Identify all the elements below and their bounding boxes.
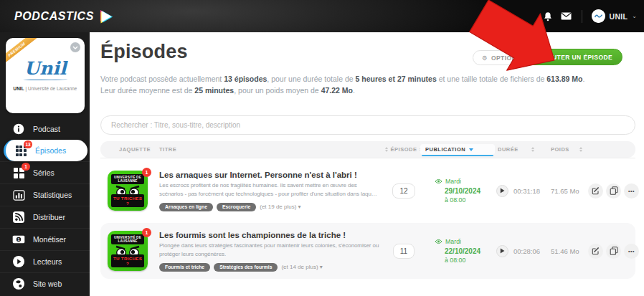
column-header-episode[interactable]: ÉPISODE: [387, 146, 420, 153]
sidebar-item-website[interactable]: Site web: [0, 272, 90, 295]
episode-title[interactable]: Les fourmis sont les championnes de la t…: [159, 231, 380, 239]
tag-pill[interactable]: Fourmis et triche: [159, 263, 210, 272]
sidebar-item-label: Distribuer: [33, 213, 65, 221]
edit-button[interactable]: [588, 244, 603, 259]
more-actions-button[interactable]: •••: [624, 244, 639, 259]
caret-down-icon: ▾: [320, 264, 323, 270]
sidebar-item-podcast[interactable]: Podcast: [0, 118, 90, 140]
plus-icon: +: [529, 54, 534, 61]
play-logo-icon: [99, 9, 114, 24]
sort-icon[interactable]: [531, 147, 534, 152]
publication-info: Mardi 29/10/2024 à 08:00: [420, 177, 495, 205]
episode-row: UNIVERSITÉ DE LAUSANNE TU TRICHES ? 1 Le…: [100, 223, 635, 279]
cover-notification-badge: 1: [142, 228, 151, 237]
duplicate-button[interactable]: [606, 244, 621, 259]
cover-top-banner: UNIVERSITÉ DE LAUSANNE: [111, 174, 144, 184]
podcast-summary-line1: Votre podcast possède actuellement 13 ép…: [100, 74, 635, 85]
eye-icon: [435, 178, 442, 184]
banknote-icon: 1: [12, 233, 25, 246]
org-name: UNIL: [14, 86, 24, 91]
sidebar-item-episodes[interactable]: 13 Épisodes: [4, 140, 87, 161]
tag-pill[interactable]: Stratégies des fourmis: [214, 263, 278, 272]
episode-number-badge: 11: [393, 244, 415, 259]
topbar-divider: [582, 10, 582, 23]
edit-button[interactable]: [588, 183, 603, 199]
sidebar-item-statistics[interactable]: Statistiques: [0, 183, 90, 206]
copy-icon: [610, 186, 618, 195]
episode-size: 51.46 Mo: [542, 247, 587, 255]
bar-chart-icon: [12, 188, 25, 201]
main-content: Épisodes ⚙ OPTIONS + AJOUTER UN ÉPISODE …: [90, 32, 644, 296]
active-sort-underline: [422, 155, 493, 157]
play-icon: [500, 188, 505, 194]
column-header-label: DURÉE: [498, 146, 518, 153]
more-dots-icon: •••: [628, 188, 635, 194]
episode-number-badge: 12: [392, 183, 415, 199]
cover-top-banner: UNIVERSITÉ DE LAUSANNE: [111, 234, 144, 244]
episode-title[interactable]: Les arnaques sur Internet. Personne n'es…: [159, 171, 380, 179]
tag-pill[interactable]: Arnaques en ligne: [159, 203, 213, 211]
episode-list: UNIVERSITÉ DE LAUSANNE TU TRICHES ? 1 Le…: [100, 163, 635, 279]
sidebar-nav: Podcast 13 Épisodes 1 Séries Statistique…: [0, 118, 90, 295]
add-episode-label: AJOUTER UN ÉPISODE: [539, 54, 612, 61]
play-circle-icon: [12, 255, 25, 268]
episode-tags: Fourmis et triche Stratégies des fourmis…: [159, 263, 380, 272]
episode-description: Plongée dans leurs stratégies fascinante…: [159, 242, 380, 259]
column-header-poids[interactable]: POIDS: [542, 146, 587, 153]
more-tags-toggle[interactable]: (et 19 de plus) ▾: [260, 204, 300, 210]
column-header-label: ÉPISODE: [391, 146, 417, 153]
sidebar-item-distribute[interactable]: Distribuer: [0, 206, 90, 228]
notifications-bell-icon[interactable]: [542, 11, 554, 22]
eye-icon: [435, 239, 442, 244]
episode-duration: 00:28:06: [513, 247, 540, 255]
episode-row: UNIVERSITÉ DE LAUSANNE TU TRICHES ? 1 Le…: [100, 163, 635, 219]
globe-icon: [12, 277, 25, 290]
cover-notification-badge: 1: [142, 168, 151, 177]
unil-logo-subtitle: UNIL | Université de Lausanne: [6, 86, 85, 91]
play-icon: [500, 248, 505, 254]
series-count-badge: 1: [22, 163, 30, 171]
podcast-cover-card[interactable]: PREMIUM Unil UNIL | Université de Lausan…: [6, 38, 85, 113]
pencil-icon: [592, 247, 600, 255]
user-menu[interactable]: UNIL ⌄: [592, 9, 637, 23]
info-icon: [12, 123, 25, 135]
search-bar: [100, 115, 635, 135]
publication-time: à 08:00: [445, 196, 495, 205]
sidebar-item-players[interactable]: Lecteurs: [0, 250, 90, 272]
column-header-jaquette[interactable]: JAQUETTE: [100, 146, 159, 153]
avatar: [592, 9, 605, 23]
search-input[interactable]: [100, 115, 635, 135]
sidebar-item-monetize[interactable]: 1 Monétiser: [0, 228, 90, 250]
sidebar-item-label: Site web: [33, 280, 62, 288]
publication-time: à 08:00: [445, 256, 495, 265]
sort-icon[interactable]: [579, 147, 582, 152]
sidebar-item-series[interactable]: 1 Séries: [0, 161, 90, 183]
podcast-summary-line2: Leur durée moyenne est de 25 minutes, po…: [100, 85, 635, 96]
podcastics-logo[interactable]: PODCASTICS: [14, 9, 114, 24]
column-header-duree[interactable]: DURÉE: [495, 146, 542, 153]
sidebar: PREMIUM Unil UNIL | Université de Lausan…: [0, 32, 90, 296]
episode-cover-art[interactable]: UNIVERSITÉ DE LAUSANNE TU TRICHES ? 1: [108, 171, 148, 211]
add-episode-button[interactable]: + AJOUTER UN ÉPISODE: [518, 49, 622, 65]
more-tags-toggle[interactable]: (et 14 de plus) ▾: [281, 264, 322, 270]
sidebar-item-label: Épisodes: [35, 146, 66, 155]
play-button[interactable]: [496, 245, 508, 257]
caret-down-icon: ▾: [298, 204, 301, 210]
messages-envelope-icon[interactable]: [561, 11, 572, 22]
podcastics-logo-text: PODCASTICS: [14, 10, 94, 23]
cover-bottom-banner: TU TRICHES ?: [111, 194, 144, 207]
episode-cover-art[interactable]: UNIVERSITÉ DE LAUSANNE TU TRICHES ? 1: [108, 231, 148, 271]
duplicate-button[interactable]: [606, 183, 621, 199]
sidebar-item-label: Podcast: [33, 125, 60, 133]
column-header-titre[interactable]: TITRE: [159, 146, 387, 153]
grid-icon: 13: [14, 144, 27, 157]
more-actions-button[interactable]: •••: [624, 183, 639, 199]
tag-pill[interactable]: Escroquerie: [217, 203, 256, 211]
chevron-down-icon[interactable]: [70, 42, 80, 52]
copy-icon: [610, 247, 618, 255]
column-header-publication[interactable]: PUBLICATION: [420, 144, 495, 155]
sidebar-item-label: Séries: [33, 168, 55, 177]
sort-icon[interactable]: [385, 147, 388, 152]
play-button[interactable]: [496, 185, 508, 197]
cover-bottom-banner: TU TRICHES ?: [111, 254, 144, 267]
